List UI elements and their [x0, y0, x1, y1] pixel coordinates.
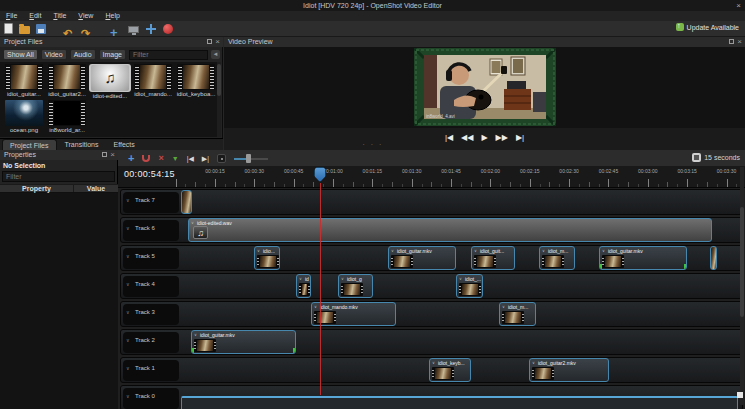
media-item[interactable]: ♫idiot-edited...	[89, 64, 131, 99]
timeline-clip[interactable]: ∨idiot_guitar2.mkv	[529, 358, 609, 382]
timeline-clip[interactable]	[181, 190, 192, 214]
timeline-clip[interactable]: ∨idio...	[254, 246, 280, 270]
new-project-icon[interactable]	[4, 23, 13, 34]
timeline-clip[interactable]: ∨idiot_guitar.mkv	[599, 246, 687, 270]
chevron-down-icon[interactable]: ∨	[126, 225, 130, 231]
snapping-icon[interactable]	[142, 155, 150, 162]
open-project-icon[interactable]	[19, 26, 30, 34]
menu-view[interactable]: View	[72, 11, 99, 21]
chevron-down-icon[interactable]: ∨	[341, 276, 344, 281]
float-panel-icon[interactable]	[729, 39, 734, 44]
timeline-clip[interactable]: ∨idiot_guitar.mkv	[388, 246, 456, 270]
choose-profile-icon[interactable]	[128, 26, 139, 33]
chevron-down-icon[interactable]: ∨	[474, 248, 477, 253]
chevron-down-icon[interactable]: ∨	[602, 248, 605, 253]
timeline-clip[interactable]: ∨idiot_m...	[539, 246, 575, 270]
timeline-clip[interactable]: ∨id	[296, 274, 311, 298]
timeline-clip[interactable]: ∨idiot_keyb...	[429, 358, 471, 382]
center-playhead-icon[interactable]	[217, 154, 226, 163]
track-header[interactable]: ∨Track 2	[123, 332, 179, 353]
media-item[interactable]: idiot_guitar2...	[46, 64, 88, 97]
timeline-vertical-scrollbar[interactable]	[740, 167, 744, 405]
add-track-icon[interactable]: +	[128, 152, 134, 164]
float-panel-icon[interactable]	[207, 39, 212, 44]
timeline-clip[interactable]: ∨idiot_g	[338, 274, 373, 298]
splitter-handle[interactable]: · · ·	[362, 141, 384, 148]
chevron-down-icon[interactable]: ∨	[191, 220, 194, 225]
play-button[interactable]: ▶	[481, 133, 487, 142]
chevron-down-icon[interactable]: ∨	[126, 309, 130, 315]
timeline-clip[interactable]: ∨idiot_guitar.mkv	[191, 330, 296, 354]
timeline-zoom-slider[interactable]	[234, 154, 268, 163]
media-item[interactable]: idiot_guitar...	[3, 64, 45, 97]
media-filter-input[interactable]	[129, 50, 208, 60]
title-bar[interactable]: Idiot [HDV 720 24p] - OpenShot Video Edi…	[0, 0, 745, 11]
update-available[interactable]: Update Available	[676, 23, 739, 31]
filter-show-all-button[interactable]: Show All	[3, 49, 38, 60]
close-panel-icon[interactable]: ×	[110, 152, 115, 158]
menu-edit[interactable]: Edit	[23, 11, 47, 21]
media-item[interactable]: idiot_keyboa...	[175, 64, 217, 97]
previous-marker-icon[interactable]: |◀	[187, 154, 194, 163]
chevron-down-icon[interactable]: ∨	[126, 393, 130, 399]
track-header[interactable]: ∨Track 5	[123, 248, 179, 269]
close-panel-icon[interactable]: ×	[215, 39, 220, 45]
media-item[interactable]: in8world_ar...	[46, 100, 88, 133]
track-header[interactable]: ∨Track 3	[123, 304, 179, 325]
chevron-down-icon[interactable]: ∨	[126, 365, 130, 371]
chevron-down-icon[interactable]: ∨	[459, 276, 462, 281]
fullscreen-icon[interactable]	[145, 23, 157, 35]
tab-effects[interactable]: Effects	[107, 139, 142, 150]
undo-icon[interactable]	[63, 23, 75, 35]
timeline-clip[interactable]: ∨idiot_mando.mkv	[311, 302, 396, 326]
add-marker-icon[interactable]: ▼	[172, 154, 179, 163]
filter-audio-button[interactable]: Audio	[70, 49, 96, 60]
track-header[interactable]: ∨Track 4	[123, 276, 179, 297]
chevron-down-icon[interactable]: ∨	[126, 197, 130, 203]
chevron-down-icon[interactable]: ∨	[126, 281, 130, 287]
chevron-down-icon[interactable]: ∨	[194, 332, 197, 337]
chevron-down-icon[interactable]: ∨	[502, 304, 505, 309]
clear-filter-icon[interactable]: ◄	[211, 50, 220, 59]
filter-image-button[interactable]: Image	[99, 49, 126, 60]
filter-video-button[interactable]: Video	[41, 49, 67, 60]
timeline-clip[interactable]: ∨idiot_m...	[499, 302, 536, 326]
timeline-clip[interactable]: ∨idiot-edited.wav♫	[188, 218, 712, 242]
timeline-clip[interactable]	[710, 246, 717, 270]
track-header[interactable]: ∨Track 6	[123, 220, 179, 241]
timeline-clip[interactable]: ∨idiot_...	[456, 274, 483, 298]
redo-icon[interactable]	[81, 23, 93, 35]
float-panel-icon[interactable]	[102, 152, 107, 157]
next-marker-icon[interactable]: ▶|	[202, 154, 209, 163]
save-project-icon[interactable]	[36, 24, 46, 34]
chevron-down-icon[interactable]: ∨	[299, 276, 302, 281]
timeline-clip[interactable]: ∨idiot_guit...	[471, 246, 515, 270]
chevron-down-icon[interactable]: ∨	[391, 248, 394, 253]
media-grid-scrollbar[interactable]	[217, 62, 221, 137]
chevron-down-icon[interactable]: ∨	[432, 360, 435, 365]
chevron-down-icon[interactable]: ∨	[257, 248, 260, 253]
tab-transitions[interactable]: Transitions	[58, 139, 106, 150]
window-close-icon[interactable]: ×	[736, 0, 741, 11]
menu-help[interactable]: Help	[99, 11, 125, 21]
chevron-down-icon[interactable]: ∨	[126, 253, 130, 259]
tab-project-files[interactable]: Project Files	[2, 139, 57, 150]
menu-file[interactable]: File	[0, 11, 23, 21]
close-panel-icon[interactable]: ×	[737, 39, 742, 45]
track-header[interactable]: ∨Track 0	[123, 388, 179, 409]
properties-filter-input[interactable]	[2, 171, 115, 182]
chevron-down-icon[interactable]: ∨	[532, 360, 535, 365]
razor-icon[interactable]: ×	[158, 153, 163, 163]
export-video-icon[interactable]	[163, 24, 173, 34]
track-header[interactable]: ∨Track 1	[123, 360, 179, 381]
rewind-button[interactable]: ◀◀	[461, 133, 473, 142]
media-item[interactable]: ocean.png	[3, 100, 45, 133]
timeline-scroll-handle[interactable]	[737, 392, 743, 398]
timeline-ruler[interactable]: 00:00:54:15 00:00:1500:00:3000:00:4500:0…	[118, 166, 745, 188]
chevron-down-icon[interactable]: ∨	[314, 304, 317, 309]
chevron-down-icon[interactable]: ∨	[542, 248, 545, 253]
jump-end-button[interactable]: ▶|	[516, 133, 524, 142]
import-files-icon[interactable]	[110, 23, 122, 35]
track-header[interactable]: ∨Track 7	[123, 192, 179, 213]
menu-title[interactable]: Title	[47, 11, 72, 21]
